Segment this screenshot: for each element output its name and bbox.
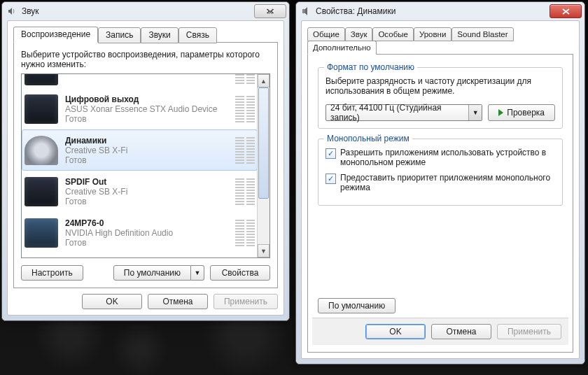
sound-window: Звук ⨉ Воспроизведение Запись Звуки Связ… bbox=[1, 1, 290, 321]
device-desc: Creative SB X-Fi bbox=[65, 187, 230, 197]
tab-recording[interactable]: Запись bbox=[98, 27, 141, 43]
tab-advanced[interactable]: Дополнительно bbox=[307, 41, 377, 55]
svg-rect-0 bbox=[302, 9, 305, 13]
hifi-icon bbox=[24, 177, 58, 206]
playback-panel: Выберите устройство воспроизведения, пар… bbox=[13, 42, 278, 288]
properties-button[interactable]: Свойства bbox=[210, 265, 270, 281]
configure-button[interactable]: Настроить bbox=[21, 265, 83, 281]
device-name: 24MP76-0 bbox=[65, 218, 230, 228]
default-format-desc: Выберите разрядность и частоту дискретиз… bbox=[326, 76, 555, 96]
tab-sounds[interactable]: Звуки bbox=[141, 27, 178, 43]
properties-title: Свойства: Динамики bbox=[316, 6, 550, 16]
exclusive-mode-group: Монопольный режим ✓ Разрешить приложения… bbox=[318, 139, 563, 206]
apply-button[interactable]: Применить bbox=[497, 324, 561, 339]
speaker-icon bbox=[300, 6, 312, 17]
ok-button[interactable]: OK bbox=[365, 324, 426, 339]
tab-sound[interactable]: Звук bbox=[345, 27, 373, 41]
device-desc: Creative SB X-Fi bbox=[65, 146, 230, 155]
dialog-buttons: OK Отмена Применить bbox=[13, 294, 278, 309]
dialog-buttons: OK Отмена Применить bbox=[312, 318, 568, 345]
device-item[interactable]: 24MP76-0 NVIDIA High Definition Audio Го… bbox=[22, 212, 258, 253]
scroll-down-button[interactable]: ▼ bbox=[258, 244, 270, 257]
speaker-device-icon bbox=[24, 136, 58, 165]
apply-button[interactable]: Применить bbox=[214, 294, 278, 309]
properties-window: Свойства: Динамики Общие Звук Особые Уро… bbox=[295, 1, 585, 365]
chevron-down-icon[interactable]: ▼ bbox=[468, 105, 482, 120]
advanced-panel: Формат по умолчанию Выберите разрядность… bbox=[307, 54, 573, 353]
format-value: 24 бит, 44100 Гц (Студийная запись) bbox=[326, 103, 468, 122]
tab-soundblaster[interactable]: Sound Blaster bbox=[451, 27, 513, 41]
tab-playback[interactable]: Воспроизведение bbox=[13, 27, 98, 43]
checkbox-icon: ✓ bbox=[326, 174, 336, 184]
device-name: Цифровой выход bbox=[65, 94, 230, 104]
device-list-container: Готов Цифровой выход ASUS Xonar Essence … bbox=[21, 73, 270, 258]
ok-button[interactable]: OK bbox=[82, 294, 142, 309]
device-item[interactable]: Готов bbox=[22, 74, 258, 88]
device-list[interactable]: Готов Цифровой выход ASUS Xonar Essence … bbox=[22, 74, 258, 257]
properties-tabs: Общие Звук Особые Уровни Sound Blaster Д… bbox=[307, 27, 573, 55]
scroll-thumb[interactable] bbox=[258, 87, 269, 199]
device-item[interactable]: 24MP76-4 NVIDIA High Definition Audio Го… bbox=[22, 253, 258, 257]
exclusive-mode-legend: Монопольный режим bbox=[324, 134, 412, 143]
level-meter bbox=[235, 178, 255, 205]
device-buttons: Настроить По умолчанию ▼ Свойства bbox=[21, 265, 270, 281]
set-default-dropdown[interactable]: ▼ bbox=[191, 265, 204, 281]
device-desc: ASUS Xonar Essence STX Audio Device bbox=[65, 104, 230, 114]
sound-title: Звук bbox=[22, 6, 254, 16]
tab-levels[interactable]: Уровни bbox=[414, 27, 451, 41]
cancel-button[interactable]: Отмена bbox=[148, 294, 208, 309]
set-default-splitbutton[interactable]: По умолчанию ▼ bbox=[113, 265, 204, 281]
scroll-track[interactable] bbox=[258, 87, 270, 244]
playback-instruction: Выберите устройство воспроизведения, пар… bbox=[21, 50, 270, 69]
device-status: Готов bbox=[65, 114, 230, 124]
scroll-up-button[interactable]: ▲ bbox=[258, 74, 270, 87]
device-item[interactable]: SPDIF Out Creative SB X-Fi Готов bbox=[22, 171, 258, 212]
level-meter bbox=[235, 137, 255, 164]
tab-communications[interactable]: Связь bbox=[178, 27, 217, 43]
hifi-icon bbox=[24, 94, 58, 124]
format-combobox[interactable]: 24 бит, 44100 Гц (Студийная запись) ▼ bbox=[326, 104, 482, 121]
set-default-button[interactable]: По умолчанию bbox=[113, 265, 191, 281]
default-format-legend: Формат по умолчанию bbox=[324, 62, 417, 72]
cancel-button[interactable]: Отмена bbox=[431, 324, 491, 339]
device-status: Готов bbox=[65, 197, 230, 206]
properties-titlebar[interactable]: Свойства: Динамики bbox=[296, 2, 584, 20]
level-meter bbox=[235, 220, 255, 246]
speaker-icon bbox=[6, 6, 18, 17]
default-format-group: Формат по умолчанию Выберите разрядность… bbox=[318, 67, 563, 129]
device-name: Динамики bbox=[65, 136, 230, 146]
device-status: Готов bbox=[65, 155, 230, 165]
level-meter bbox=[235, 74, 255, 84]
checkbox-label: Предоставить приоритет приложениям моноп… bbox=[340, 173, 555, 192]
sound-tabs: Воспроизведение Запись Звуки Связь bbox=[13, 27, 278, 43]
sound-titlebar[interactable]: Звук ⨉ bbox=[2, 2, 289, 20]
level-meter bbox=[235, 96, 255, 122]
close-button[interactable] bbox=[550, 4, 582, 18]
tab-special[interactable]: Особые bbox=[372, 27, 413, 41]
exclusive-priority-checkbox[interactable]: ✓ Предоставить приоритет приложениям мон… bbox=[326, 173, 555, 192]
close-button[interactable]: ⨉ bbox=[254, 4, 286, 18]
monitor-icon bbox=[24, 218, 58, 248]
device-item-selected[interactable]: Динамики Creative SB X-Fi Готов bbox=[22, 129, 258, 171]
allow-exclusive-checkbox[interactable]: ✓ Разрешить приложениям использовать уст… bbox=[326, 148, 555, 167]
tab-general[interactable]: Общие bbox=[307, 27, 345, 41]
device-desc: NVIDIA High Definition Audio bbox=[65, 228, 230, 238]
checkbox-icon: ✓ bbox=[326, 148, 336, 159]
test-button[interactable]: Проверка bbox=[488, 104, 555, 121]
restore-defaults-button[interactable]: По умолчанию bbox=[318, 298, 396, 313]
device-item[interactable]: Цифровой выход ASUS Xonar Essence STX Au… bbox=[22, 88, 258, 129]
play-icon bbox=[498, 109, 503, 116]
checkbox-label: Разрешить приложениям использовать устро… bbox=[340, 148, 555, 167]
device-status: Готов bbox=[65, 238, 230, 248]
scrollbar[interactable]: ▲ ▼ bbox=[257, 74, 270, 257]
device-icon bbox=[24, 74, 58, 85]
device-name: SPDIF Out bbox=[65, 177, 230, 187]
